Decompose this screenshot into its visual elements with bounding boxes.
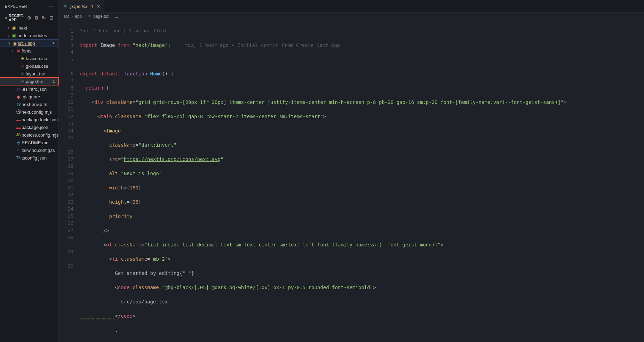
npm-icon: ▬ [15,117,22,122]
folder-icon: ▣ [11,25,17,31]
tree-file-layout[interactable]: ⚛layout.tsx [0,70,58,78]
tree-folder-fonts[interactable]: ›▣fonts [0,47,58,55]
tree-folder-node-modules[interactable]: ›▣node_modules [0,32,58,39]
tree-file-tailwind[interactable]: ≈tailwind.config.ts [0,146,58,154]
tab-page-tsx[interactable]: ⚛ page.tsx 1 ✕ [59,0,104,12]
react-icon: ⚛ [19,71,26,76]
react-icon: ⚛ [19,79,26,84]
git-icon: ◆ [15,94,22,99]
react-icon: ⚛ [87,14,91,19]
tree-file-eslintrc[interactable]: ◎.eslintrc.json [0,85,58,93]
code-content[interactable]: You, 1 hour ago | 1 author (You) import … [80,20,644,342]
breadcrumb-src[interactable]: src [64,14,69,19]
breadcrumb-more[interactable]: ... [115,14,118,19]
ts-icon: TS [15,156,22,160]
tree-file-page[interactable]: ⚛page.tsx1 [0,78,58,85]
tab-bar: ⚛ page.tsx 1 ✕ [59,0,644,13]
gutter: 1 2 3 4 5 6 7 8 9 10 11 12 13 14 15 16 1… [59,20,80,342]
gitlens-inline-blame: You, 1 hour ago • Initial commit from Cr… [185,42,340,48]
ts-icon: TS [15,103,22,106]
tree-file-tsconfig[interactable]: TStsconfig.json [0,154,58,162]
npm-icon: ▬ [15,125,22,130]
tab-modified-badge: 1 [91,4,93,9]
explorer-more-icon[interactable]: ⋯ [48,3,54,9]
problem-badge: 1 [53,79,55,83]
css-icon: ⧈ [19,63,26,69]
markdown-icon: ⬘ [15,140,22,145]
project-name: RECIPE-APP [9,14,27,22]
tree-file-favicon[interactable]: ★favicon.ico [0,55,58,62]
explorer-header: EXPLORER ⋯ [0,0,58,12]
editor-area: ⚛ page.tsx 1 ✕ src› app› ⚛ page.tsx› ...… [59,0,644,342]
refresh-icon[interactable]: ↻ [42,15,46,21]
tree-folder-next[interactable]: ›▣.next [0,24,58,32]
tree-file-gitignore[interactable]: ◆.gitignore [0,93,58,100]
close-icon[interactable]: ✕ [96,4,100,9]
new-folder-icon[interactable]: ⧉ [35,15,38,21]
folder-icon: ▣ [15,48,22,54]
tree-file-pkglock[interactable]: ▬package-lock.json [0,116,58,123]
breadcrumb-file[interactable]: page.tsx [93,14,109,19]
next-icon: Ⓝ [15,109,22,115]
folder-icon: ▣ [11,41,18,46]
js-icon: JS [15,133,22,137]
explorer-title: EXPLORER [5,4,27,8]
collapse-icon[interactable]: ⊟ [49,15,54,21]
breadcrumb[interactable]: src› app› ⚛ page.tsx› ... [59,13,644,20]
tree-file-nextenv[interactable]: TSnext-env.d.ts [0,100,58,108]
tab-label: page.tsx [70,4,87,9]
tree-folder-src-app[interactable]: ∨▣src / app• [0,39,58,47]
project-header[interactable]: ∨ RECIPE-APP ⊕ ⧉ ↻ ⊟ [0,12,58,23]
explorer-sidebar: EXPLORER ⋯ ∨ RECIPE-APP ⊕ ⧉ ↻ ⊟ ›▣.next … [0,0,59,342]
file-tree: ›▣.next ›▣node_modules ∨▣src / app• ›▣fo… [0,23,58,162]
json-icon: ◎ [15,87,22,92]
gitlens-blame: You, 1 hour ago | 1 author (You) [80,27,644,35]
tree-file-readme[interactable]: ⬘README.md [0,139,58,146]
tailwind-icon: ≈ [15,148,22,153]
tree-file-nextconfig[interactable]: Ⓝnext.config.mjs [0,108,58,116]
new-file-icon[interactable]: ⊕ [27,15,31,21]
tree-file-postcss[interactable]: JSpostcss.config.mjs [0,131,58,139]
react-icon: ⚛ [63,3,67,9]
file-icon: ★ [19,56,26,61]
chevron-down-icon: ∨ [5,16,7,20]
code-editor[interactable]: 1 2 3 4 5 6 7 8 9 10 11 12 13 14 15 16 1… [59,20,644,342]
breadcrumb-app[interactable]: app [75,14,82,19]
tree-file-globals[interactable]: ⧈globals.css [0,62,58,70]
folder-icon: ▣ [11,33,17,38]
tree-file-pkg[interactable]: ▬package.json [0,123,58,131]
